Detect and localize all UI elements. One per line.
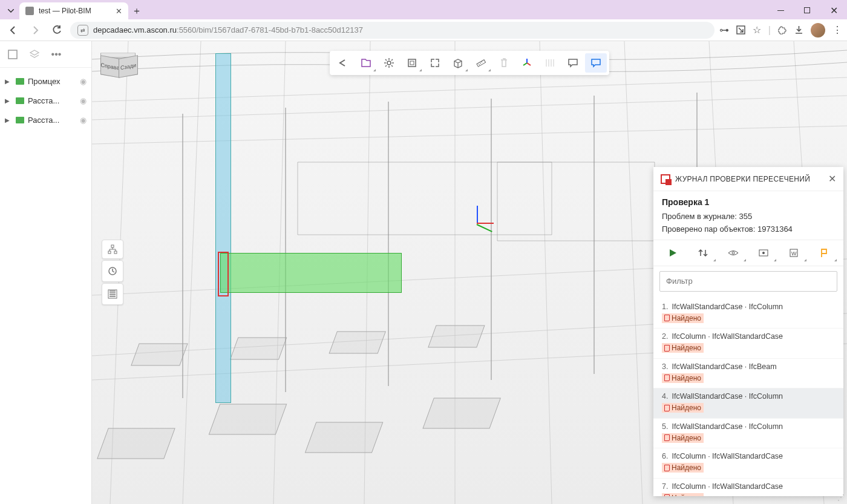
section-button[interactable] [401, 53, 423, 73]
expand-icon[interactable]: ▶ [5, 78, 12, 85]
svg-line-45 [523, 63, 527, 65]
report-button[interactable]: W [779, 243, 808, 263]
comment-button[interactable] [562, 53, 584, 73]
window-maximize-button[interactable] [794, 1, 820, 19]
nav-cube[interactable]: Справа Сзади [100, 51, 136, 81]
clash-item[interactable]: 1.IfcWallStandardCase · IfcColumnНайдено [653, 299, 843, 329]
profile-avatar[interactable] [811, 23, 825, 38]
install-icon[interactable] [736, 25, 745, 34]
svg-line-44 [527, 63, 531, 65]
problems-stat: Проблем в журнале: 355 [662, 211, 835, 223]
visibility-icon[interactable]: ◉ [80, 96, 87, 105]
svg-rect-3 [8, 50, 17, 59]
visibility-icon[interactable]: ◉ [80, 116, 87, 125]
clash-outline [218, 252, 229, 296]
status-badge: Найдено [662, 373, 704, 383]
svg-line-15 [540, 41, 552, 504]
svg-line-5 [92, 96, 847, 120]
nav-back-button[interactable] [5, 22, 22, 39]
key-icon[interactable]: ⊶ [719, 24, 729, 36]
nav-forward-button[interactable] [27, 22, 44, 39]
status-badge: Найдено [662, 493, 704, 496]
url-text: depcadaec.vm.ascon.ru:5560/bim/1567dad7-… [93, 25, 363, 34]
tree-item[interactable]: ▶Расста...◉ [0, 110, 91, 129]
window-minimize-button[interactable] [767, 1, 794, 19]
clash-comment-button[interactable] [585, 53, 607, 73]
clash-results-list[interactable]: 1.IfcWallStandardCase · IfcColumnНайдено… [653, 296, 843, 496]
tree-item[interactable]: ▶Расста...◉ [0, 91, 91, 110]
svg-rect-40 [408, 59, 416, 67]
clash-item[interactable]: 6.IfcColumn · IfcWallStandardCaseНайдено [653, 448, 843, 479]
expand-icon[interactable]: ▶ [5, 117, 12, 123]
svg-rect-41 [410, 61, 414, 65]
layers-icon[interactable] [28, 48, 41, 61]
clash-item[interactable]: 5.IfcWallStandardCase · IfcColumnНайдено [653, 419, 843, 449]
visibility-button[interactable] [719, 243, 748, 263]
flag-icon [664, 465, 670, 471]
close-tab-icon[interactable]: ✕ [116, 7, 122, 16]
svg-rect-34 [111, 245, 114, 247]
svg-point-46 [732, 252, 734, 254]
tree-item[interactable]: ▶Промцех◉ [0, 71, 91, 91]
grid-button[interactable] [539, 53, 561, 73]
new-tab-button[interactable]: ＋ [128, 2, 145, 19]
folder-icon [16, 117, 24, 123]
clash-icon [661, 174, 670, 184]
close-panel-button[interactable]: ✕ [828, 173, 836, 185]
settings-button[interactable] [378, 53, 400, 73]
status-badge: Найдено [662, 463, 704, 473]
clash-item[interactable]: 4.IfcWallStandardCase · IfcColumnНайдено [653, 388, 843, 419]
bookmark-icon[interactable]: ☆ [753, 24, 761, 36]
svg-point-39 [387, 61, 391, 65]
expand-icon[interactable]: ▶ [5, 97, 12, 104]
extensions-icon[interactable] [778, 25, 787, 34]
navcube-back-face[interactable]: Сзади [119, 55, 138, 78]
status-badge: Найдено [662, 433, 704, 443]
sort-button[interactable] [688, 243, 718, 263]
run-check-button[interactable] [658, 243, 687, 263]
axes-button[interactable] [516, 53, 538, 73]
tab-dropdown[interactable] [2, 2, 19, 19]
clash-item[interactable]: 2.IfcColumn · IfcWallStandardCaseНайдено [653, 329, 843, 359]
folder-icon [16, 78, 24, 85]
flag-icon [664, 405, 670, 411]
window-close-button[interactable]: ✕ [820, 1, 847, 19]
back-button[interactable] [332, 53, 354, 73]
svg-rect-35 [108, 251, 111, 254]
expand-button[interactable] [424, 53, 446, 73]
favicon-icon [25, 7, 34, 15]
clash-item[interactable]: 7.IfcColumn · IfcWallStandardCaseНайдено [653, 479, 843, 496]
tree-item-label: Расста... [28, 96, 76, 105]
model-tree-sidebar: ••• ▶Промцех◉▶Расста...◉▶Расста...◉ [0, 41, 92, 504]
site-info-icon[interactable]: ⇄ [77, 25, 88, 36]
delete-button[interactable] [493, 53, 515, 73]
flag-button[interactable] [809, 243, 839, 263]
status-badge: Найдено [662, 403, 704, 413]
tree-icon[interactable] [6, 48, 19, 61]
list-tool[interactable] [102, 283, 123, 305]
nav-reload-button[interactable] [48, 22, 65, 39]
browser-tab[interactable]: test — Pilot-BIM ✕ [19, 2, 128, 19]
open-model-button[interactable] [355, 53, 377, 73]
clash-item[interactable]: 3.IfcWallStandardCase · IfcBeamНайдено [653, 359, 843, 389]
measure-button[interactable] [470, 53, 492, 73]
box-button[interactable] [447, 53, 469, 73]
hierarchy-tool[interactable] [102, 240, 123, 259]
menu-icon[interactable]: ⋮ [832, 24, 842, 36]
filter-input[interactable] [659, 271, 837, 292]
visibility-icon[interactable]: ◉ [80, 77, 87, 86]
focus-button[interactable] [749, 243, 778, 263]
viewport-toolbar [330, 51, 609, 75]
status-badge: Найдено [662, 313, 704, 323]
svg-line-16 [624, 41, 643, 504]
svg-rect-42 [477, 60, 486, 67]
clash-panel-title: ЖУРНАЛ ПРОВЕРКИ ПЕРЕСЕЧЕНИЙ [675, 175, 823, 183]
navcube-right-face[interactable]: Справа [100, 55, 120, 78]
svg-rect-24 [131, 344, 188, 365]
more-icon[interactable]: ••• [50, 48, 63, 61]
resize-grip-icon[interactable]: ⋰ [837, 493, 845, 502]
history-tool[interactable] [102, 260, 123, 282]
3d-viewport[interactable]: Справа Сзади ЖУРН [92, 41, 847, 504]
download-icon[interactable] [794, 25, 803, 34]
address-input[interactable]: ⇄ depcadaec.vm.ascon.ru:5560/bim/1567dad… [70, 22, 715, 39]
